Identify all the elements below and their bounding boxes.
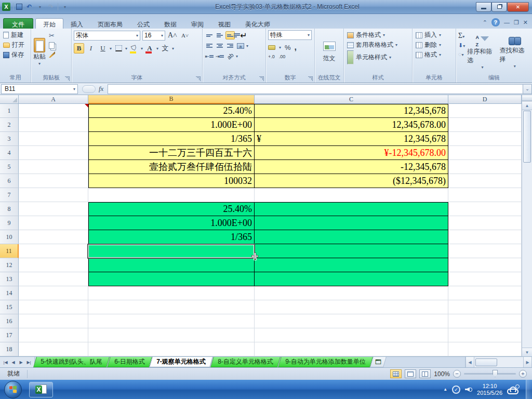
cell-A7[interactable] <box>19 188 88 202</box>
fill-icon[interactable]: ⬇▾ <box>458 42 465 49</box>
cell-A4[interactable] <box>19 146 88 160</box>
security-tray-icon[interactable]: ✓ <box>452 385 460 394</box>
align-left-icon[interactable] <box>205 42 214 50</box>
cell-D18[interactable] <box>448 342 522 356</box>
row-header-9[interactable]: 9 <box>0 216 19 230</box>
redo-icon[interactable]: ↷ <box>47 3 55 10</box>
page-break-view-button[interactable] <box>419 369 431 378</box>
cell-D16[interactable] <box>448 314 522 328</box>
cell-C17[interactable] <box>255 328 448 342</box>
cell-D14[interactable] <box>448 286 522 300</box>
cell-A11[interactable] <box>19 244 88 258</box>
cell-A18[interactable] <box>19 342 88 356</box>
row-header-4[interactable]: 4 <box>0 146 19 160</box>
wrap-text-icon[interactable]: ↵ <box>236 31 245 39</box>
cell-C2[interactable]: 12,345,678.00 <box>255 118 448 132</box>
formula-input[interactable] <box>108 84 523 94</box>
normal-view-button[interactable] <box>390 369 402 378</box>
row-header-10[interactable]: 10 <box>0 230 19 244</box>
row-header-15[interactable]: 15 <box>0 300 19 314</box>
cell-A17[interactable] <box>19 328 88 342</box>
middle-align-icon[interactable] <box>215 31 224 39</box>
cell-A12[interactable] <box>19 258 88 272</box>
cell-D12[interactable] <box>448 258 522 272</box>
help-icon[interactable]: ? <box>491 18 500 26</box>
accounting-format-icon[interactable] <box>268 45 275 50</box>
save-icon[interactable] <box>16 4 22 10</box>
insert-cells-button[interactable]: 插入▾ <box>415 30 454 40</box>
scroll-left-icon[interactable]: ◀ <box>466 357 474 367</box>
row-header-16[interactable]: 16 <box>0 314 19 328</box>
cell-D11[interactable] <box>448 244 522 258</box>
select-all-corner[interactable] <box>0 95 19 104</box>
cell-D17[interactable] <box>448 328 522 342</box>
undo-icon[interactable]: ↶ <box>25 3 33 10</box>
zoom-level[interactable]: 100% <box>434 370 450 378</box>
page-layout-view-button[interactable] <box>405 369 416 378</box>
decrease-indent-icon[interactable]: ⇤ <box>205 52 214 60</box>
cell-B2[interactable]: 1.000E+00 <box>88 118 255 132</box>
new-button[interactable]: 新建 <box>2 30 29 40</box>
sheet-tab-7-观察单元格格式[interactable]: 7-观察单元格格式 <box>149 357 212 367</box>
cell-B14[interactable] <box>88 286 255 300</box>
cell-A15[interactable] <box>19 300 88 314</box>
horizontal-scroll-thumb[interactable] <box>475 358 497 366</box>
alignment-dialog-launcher[interactable] <box>259 76 264 81</box>
column-header-C[interactable]: C <box>255 95 448 104</box>
last-sheet-icon[interactable]: ▶| <box>25 360 32 365</box>
next-sheet-icon[interactable]: ▶ <box>18 360 24 365</box>
qat-customize-icon[interactable]: ▾ <box>61 5 69 9</box>
merge-center-icon[interactable]: a <box>236 42 245 50</box>
cell-B6[interactable]: 100032 <box>88 174 255 188</box>
cell-A1[interactable] <box>19 104 88 118</box>
cell-C6[interactable]: ($12,345,678) <box>255 174 448 188</box>
borders-icon[interactable] <box>113 43 124 54</box>
clear-icon[interactable]: ◌▾ <box>458 51 465 57</box>
cell-A13[interactable] <box>19 272 88 286</box>
cell-D5[interactable] <box>448 160 522 174</box>
cell-D8[interactable] <box>448 202 522 216</box>
close-button[interactable]: ✕ <box>507 2 529 12</box>
underline-button[interactable]: U <box>98 43 108 54</box>
name-box[interactable]: B11 ▾ <box>1 84 78 94</box>
show-desktop-button[interactable] <box>526 380 532 399</box>
cell-D9[interactable] <box>448 216 522 230</box>
cell-B1[interactable]: 25.40% <box>88 104 255 118</box>
align-center-icon[interactable] <box>215 42 224 50</box>
cell-B4[interactable]: 一十二万三千四百五十六 <box>88 146 255 160</box>
first-sheet-icon[interactable]: |◀ <box>2 360 9 365</box>
start-button[interactable] <box>4 381 22 398</box>
cell-C10[interactable] <box>255 230 448 244</box>
column-header-D[interactable]: D <box>448 95 522 104</box>
horizontal-scrollbar[interactable]: ◀ ▶ <box>465 357 532 367</box>
cell-D10[interactable] <box>448 230 522 244</box>
prev-sheet-icon[interactable]: ◀ <box>10 360 17 365</box>
phonetic-guide-icon[interactable]: 文 <box>160 43 170 54</box>
cell-C5[interactable]: -12,345,678 <box>255 160 448 174</box>
cell-D7[interactable] <box>448 188 522 202</box>
excel-app-icon[interactable]: X <box>2 3 10 11</box>
workbook-close-icon[interactable]: ✕ <box>523 19 528 26</box>
cell-C9[interactable] <box>255 216 448 230</box>
zoom-slider-thumb[interactable] <box>493 370 498 377</box>
cell-B8[interactable]: 25.40% <box>88 202 255 216</box>
selection-box-B11[interactable] <box>87 244 255 259</box>
taskbar-excel-button[interactable]: X <box>29 382 53 397</box>
percent-style-icon[interactable]: % <box>285 44 291 51</box>
column-header-B[interactable]: B <box>88 95 255 104</box>
row-header-7[interactable]: 7 <box>0 188 19 202</box>
cell-D4[interactable] <box>448 146 522 160</box>
cell-B12[interactable] <box>88 258 255 272</box>
bottom-align-icon[interactable] <box>225 31 235 39</box>
zoom-in-icon[interactable]: + <box>519 370 527 378</box>
cell-A8[interactable] <box>19 202 88 216</box>
cell-C18[interactable] <box>255 342 448 356</box>
font-size-select[interactable]: 16▾ <box>142 31 165 41</box>
comma-style-icon[interactable]: , <box>295 43 297 52</box>
fill-color-icon[interactable]: ⛉ <box>129 43 139 54</box>
cell-B13[interactable] <box>88 272 255 286</box>
workbook-restore-icon[interactable]: ❐ <box>514 19 519 26</box>
shrink-font-icon[interactable]: A˅ <box>180 30 190 41</box>
cell-B3[interactable]: 1/365 <box>88 132 255 146</box>
row-header-11[interactable]: 11 <box>0 244 19 258</box>
